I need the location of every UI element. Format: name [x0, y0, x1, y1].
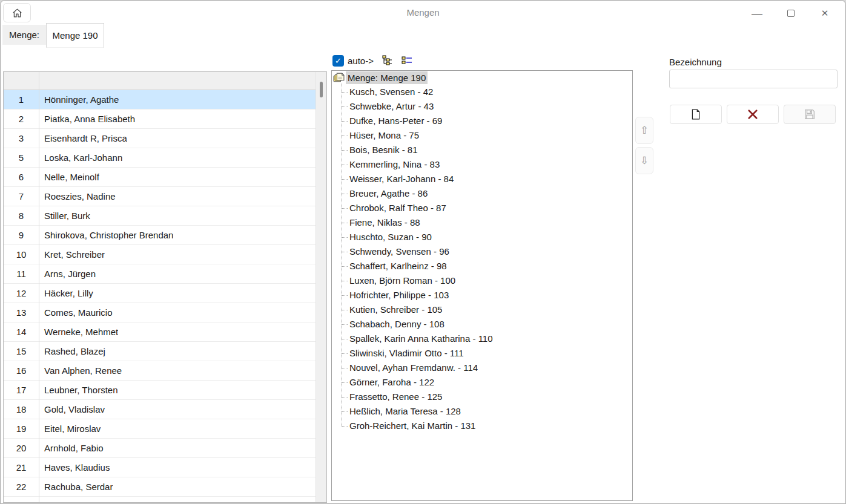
tree-view-icon[interactable]: [382, 55, 393, 66]
table-row[interactable]: 17 Leubner, Thorsten: [4, 381, 316, 400]
table-row[interactable]: 13 Comes, Mauricio: [4, 303, 316, 322]
tree-item[interactable]: Hüser, Mona - 75: [332, 128, 632, 143]
table-row[interactable]: 19 Eitel, Miroslav: [4, 419, 316, 439]
tree-item-label: Kemmerling, Nina - 83: [349, 159, 440, 169]
row-number: 9: [4, 226, 39, 244]
table-row[interactable]: 16 Van Alphen, Renee: [4, 361, 316, 381]
check-icon: ✓: [335, 56, 342, 65]
tree-item[interactable]: Breuer, Agathe - 86: [332, 186, 632, 201]
home-button[interactable]: [3, 3, 31, 22]
move-down-button[interactable]: ⇩: [635, 147, 653, 174]
table-row[interactable]: 15 Rashed, Blazej: [4, 342, 316, 361]
tree-root-node[interactable]: Menge: Menge 190: [332, 71, 632, 85]
list-view-icon[interactable]: [402, 55, 412, 66]
tree-item-label: Nouvel, Ayhan Fremdanw. - 114: [349, 362, 478, 373]
row-number: 11: [4, 264, 39, 283]
table-row[interactable]: 10 Kret, Schreiber: [4, 245, 316, 264]
new-button[interactable]: [670, 105, 722, 124]
table-row[interactable]: 18 Gold, Vladislav: [4, 400, 316, 419]
row-name: Nelle, Meinolf: [39, 168, 99, 186]
move-up-button[interactable]: ⇧: [635, 117, 653, 144]
tab-menge-190[interactable]: Menge 190: [46, 23, 104, 48]
table-row[interactable]: 7 Roeszies, Nadine: [4, 187, 316, 206]
tree-item-label: Huschto, Suzan - 90: [349, 232, 432, 242]
table-row[interactable]: 2 Piatka, Anna Elisabeth: [4, 110, 316, 129]
table-row[interactable]: 6 Nelle, Meinolf: [4, 168, 316, 187]
row-name: Haves, Klaudius: [39, 458, 110, 477]
tree-item[interactable]: Görner, Faroha - 122: [332, 375, 632, 390]
menge-tree-panel: Menge: Menge 190 Kusch, Svensen - 42 Sch…: [331, 70, 633, 501]
app-window: Mengen — ✕ Menge: Menge 190 1 Hönninger,…: [0, 0, 846, 504]
tree-item[interactable]: Weisser, Karl-Johann - 84: [332, 172, 632, 186]
delete-button[interactable]: [727, 105, 779, 124]
table-row[interactable]: 21 Haves, Klaudius: [4, 458, 316, 477]
table-row[interactable]: 8 Stiller, Burk: [4, 206, 316, 226]
tree-item-connector: [342, 252, 348, 252]
table-row[interactable]: 14 Werneke, Mehmet: [4, 322, 316, 342]
table-row[interactable]: 23 Stich, Karl-Heinz: [4, 497, 316, 503]
tree-item[interactable]: Heßlich, Maria Teresa - 128: [332, 404, 632, 419]
new-document-icon: [690, 109, 701, 120]
tree-item-label: Sliwinski, Vladimir Otto - 111: [349, 348, 464, 358]
minimize-button[interactable]: —: [740, 1, 774, 26]
bezeichnung-label: Bezeichnung: [669, 57, 722, 67]
table-row[interactable]: 9 Shirokova, Christopher Brendan: [4, 226, 316, 245]
tree-item-connector: [342, 382, 348, 383]
close-button[interactable]: ✕: [808, 1, 842, 26]
tree-item-connector: [342, 353, 348, 354]
tree-item[interactable]: Luxen, Björn Roman - 100: [332, 273, 632, 288]
tree-item[interactable]: Groh-Reichert, Kai Martin - 131: [332, 419, 632, 433]
table-row[interactable]: 1 Hönninger, Agathe: [4, 90, 316, 110]
tree-item[interactable]: Frassetto, Renee - 125: [332, 390, 632, 404]
tree-item-connector: [342, 426, 348, 427]
tree-item[interactable]: Kemmerling, Nina - 83: [332, 157, 632, 172]
tree-item-connector: [342, 339, 348, 339]
table-row[interactable]: 12 Häcker, Lilly: [4, 284, 316, 303]
bezeichnung-input[interactable]: [669, 70, 838, 88]
tree-item-label: Frassetto, Renee - 125: [349, 391, 442, 402]
save-button[interactable]: [784, 105, 836, 124]
tree-item-label: Schwendy, Svensen - 96: [349, 246, 449, 257]
tree-item-label: Görner, Faroha - 122: [349, 377, 434, 387]
row-name: Piatka, Anna Elisabeth: [39, 110, 135, 128]
table-row[interactable]: 5 Loska, Karl-Johann: [4, 148, 316, 168]
tree-item-label: Spallek, Karin Anna Katharina - 110: [349, 333, 493, 344]
tree-item[interactable]: Dufke, Hans-Peter - 69: [332, 114, 632, 128]
table-row[interactable]: 22 Rachuba, Serdar: [4, 477, 316, 497]
maximize-button[interactable]: [774, 1, 808, 26]
table-scrollbar-thumb[interactable]: [320, 82, 323, 97]
row-number: 6: [4, 168, 39, 186]
auto-checkbox[interactable]: ✓: [332, 55, 344, 67]
tree-item[interactable]: Nouvel, Ayhan Fremdanw. - 114: [332, 361, 632, 375]
tree-item[interactable]: Fiene, Niklas - 88: [332, 215, 632, 230]
table-row[interactable]: 3 Eisenhardt R, Prisca: [4, 129, 316, 148]
tree-item-connector: [342, 368, 348, 368]
tree-item-connector: [342, 165, 348, 165]
table-scrollbar[interactable]: [316, 72, 326, 502]
tree-item[interactable]: Schabach, Denny - 108: [332, 317, 632, 332]
tree-item[interactable]: Sliwinski, Vladimir Otto - 111: [332, 346, 632, 361]
tree-item[interactable]: Spallek, Karin Anna Katharina - 110: [332, 332, 632, 346]
tree-item[interactable]: Hofrichter, Philippe - 103: [332, 288, 632, 303]
tree-item-label: Luxen, Björn Roman - 100: [349, 275, 455, 286]
row-number: 20: [4, 439, 39, 457]
table-rows: 1 Hönninger, Agathe 2 Piatka, Anna Elisa…: [4, 90, 326, 503]
row-number: 1: [4, 90, 39, 109]
table-row[interactable]: 20 Arnhold, Fabio: [4, 439, 316, 458]
tree-item[interactable]: Kutien, Schreiber - 105: [332, 303, 632, 317]
tree-item[interactable]: Schwebke, Artur - 43: [332, 99, 632, 114]
row-number: 7: [4, 187, 39, 206]
tree-item[interactable]: Schaffert, Karlheinz - 98: [332, 259, 632, 273]
tree-item[interactable]: Huschto, Suzan - 90: [332, 230, 632, 244]
tree-item[interactable]: Bois, Besnik - 81: [332, 143, 632, 157]
tree-items: Kusch, Svensen - 42 Schwebke, Artur - 43…: [332, 85, 632, 433]
tree-item[interactable]: Kusch, Svensen - 42: [332, 85, 632, 99]
tree-item[interactable]: Chrobok, Ralf Theo - 87: [332, 201, 632, 215]
tree-item-label: Breuer, Agathe - 86: [349, 188, 428, 198]
floppy-disk-icon: [804, 109, 815, 120]
table-row[interactable]: 11 Arns, Jürgen: [4, 264, 316, 284]
tree-item[interactable]: Schwendy, Svensen - 96: [332, 244, 632, 259]
tree-item-connector: [342, 150, 348, 151]
tree-item-label: Weisser, Karl-Johann - 84: [349, 174, 454, 184]
table-header-row: [4, 72, 326, 90]
